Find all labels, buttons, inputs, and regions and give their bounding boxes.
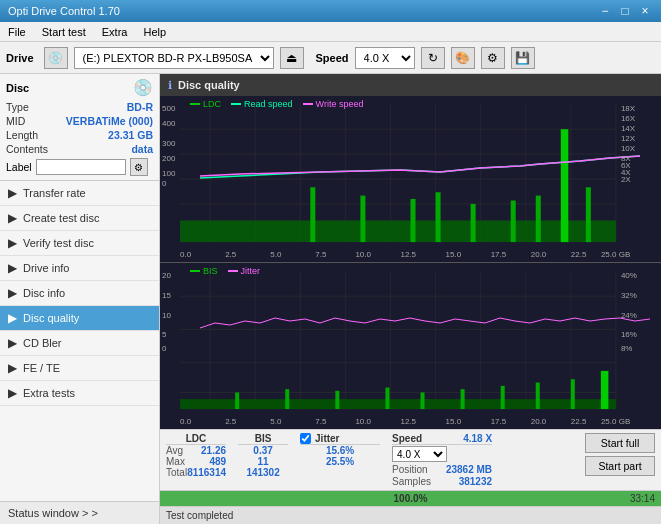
svg-rect-16: [310, 187, 315, 242]
verify-test-disc-icon: ▶: [8, 236, 17, 250]
chart-title: Disc quality: [178, 79, 240, 91]
top-chart: LDC Read speed Write speed: [160, 96, 661, 263]
disc-icon: 💿: [133, 78, 153, 97]
maximize-button[interactable]: □: [617, 3, 633, 19]
samples-val: 381232: [459, 476, 492, 487]
drive-icon-btn[interactable]: 💿: [44, 47, 68, 69]
sidebar-item-verify-test-disc[interactable]: ▶ Verify test disc: [0, 231, 159, 256]
menu-bar: File Start test Extra Help: [0, 22, 661, 42]
fe-te-icon: ▶: [8, 361, 17, 375]
eject-button[interactable]: ⏏: [280, 47, 304, 69]
start-part-button[interactable]: Start part: [585, 456, 655, 476]
speed-select[interactable]: 4.0 X: [355, 47, 415, 69]
svg-text:25.0 GB: 25.0 GB: [601, 417, 630, 426]
status-window-btn[interactable]: Status window > >: [0, 501, 159, 524]
legend-bis: BIS: [190, 266, 218, 276]
disc-mid-value: VERBATiMe (000): [66, 115, 153, 127]
legend-read-speed-dot: [231, 103, 241, 105]
svg-text:10: 10: [162, 311, 171, 320]
minimize-button[interactable]: −: [597, 3, 613, 19]
ldc-avg-val: 21.26: [201, 445, 226, 456]
menu-starttest[interactable]: Start test: [38, 25, 90, 39]
svg-text:20.0: 20.0: [531, 417, 547, 426]
svg-rect-17: [360, 196, 365, 242]
settings-button[interactable]: ⚙: [481, 47, 505, 69]
ldc-max-row: Max 489: [166, 456, 226, 467]
sidebar-item-cd-bler[interactable]: ▶ CD Bler: [0, 331, 159, 356]
bis-max-val: 11: [238, 456, 288, 467]
sidebar-item-label: Drive info: [23, 262, 69, 274]
svg-rect-74: [536, 383, 540, 410]
disc-label-btn[interactable]: ⚙: [130, 158, 148, 176]
svg-text:8%: 8%: [621, 344, 633, 353]
speed-dropdown[interactable]: 4.0 X: [392, 446, 447, 462]
cd-bler-icon: ▶: [8, 336, 17, 350]
svg-text:16X: 16X: [621, 114, 636, 123]
svg-rect-24: [586, 187, 591, 242]
jitter-max-val: 25.5%: [300, 456, 380, 467]
svg-rect-15: [180, 221, 616, 243]
drive-select[interactable]: (E:) PLEXTOR BD-R PX-LB950SA 1.06: [74, 47, 274, 69]
disc-label-input[interactable]: [36, 159, 126, 175]
svg-text:32%: 32%: [621, 291, 637, 300]
charts-container: LDC Read speed Write speed: [160, 96, 661, 429]
svg-text:17.5: 17.5: [491, 417, 507, 426]
max-label: Max: [166, 456, 185, 467]
menu-help[interactable]: Help: [139, 25, 170, 39]
legend-write-speed-label: Write speed: [316, 99, 364, 109]
samples-label: Samples: [392, 476, 431, 487]
svg-text:5.0: 5.0: [270, 417, 282, 426]
menu-file[interactable]: File: [4, 25, 30, 39]
sidebar-item-fe-te[interactable]: ▶ FE / TE: [0, 356, 159, 381]
close-button[interactable]: ×: [637, 3, 653, 19]
create-test-disc-icon: ▶: [8, 211, 17, 225]
drive-info-icon: ▶: [8, 261, 17, 275]
speed-header-row: Speed 4.18 X: [392, 433, 492, 445]
jitter-stats: Jitter 15.6% 25.5%: [300, 433, 380, 467]
svg-rect-71: [421, 392, 425, 409]
content-area: ℹ Disc quality LDC Read speed: [160, 74, 661, 524]
main-area: Disc 💿 Type BD-R MID VERBATiMe (000) Len…: [0, 74, 661, 524]
refresh-button[interactable]: ↻: [421, 47, 445, 69]
legend-ldc-label: LDC: [203, 99, 221, 109]
disc-panel: Disc 💿 Type BD-R MID VERBATiMe (000) Len…: [0, 74, 159, 181]
svg-text:200: 200: [162, 154, 176, 163]
speed-avg-val: 4.18 X: [463, 433, 492, 444]
chart-header: ℹ Disc quality: [160, 74, 661, 96]
top-chart-svg: 500 400 300 200 100 0 18X 16X 14X 12X 10…: [160, 96, 661, 262]
disc-type-row: Type BD-R: [6, 101, 153, 113]
svg-rect-75: [571, 379, 575, 409]
legend-jitter: Jitter: [228, 266, 261, 276]
jitter-checkbox[interactable]: [300, 433, 311, 444]
svg-text:24%: 24%: [621, 311, 637, 320]
toolbar: Drive 💿 (E:) PLEXTOR BD-R PX-LB950SA 1.0…: [0, 42, 661, 74]
sidebar-item-drive-info[interactable]: ▶ Drive info: [0, 256, 159, 281]
disc-mid-row: MID VERBATiMe (000): [6, 115, 153, 127]
legend-ldc-dot: [190, 103, 200, 105]
save-button[interactable]: 💾: [511, 47, 535, 69]
svg-text:2.5: 2.5: [225, 250, 237, 259]
disc-contents-row: Contents data: [6, 143, 153, 155]
sidebar-item-label: Disc quality: [23, 312, 79, 324]
sidebar-item-extra-tests[interactable]: ▶ Extra tests: [0, 381, 159, 406]
sidebar-item-disc-quality[interactable]: ▶ Disc quality: [0, 306, 159, 331]
color-button[interactable]: 🎨: [451, 47, 475, 69]
sidebar-item-transfer-rate[interactable]: ▶ Transfer rate: [0, 181, 159, 206]
bottom-chart-svg: 20 15 10 5 0 40% 32% 24% 16% 8% 0.0 2.5 …: [160, 263, 661, 429]
position-label: Position: [392, 464, 428, 475]
menu-extra[interactable]: Extra: [98, 25, 132, 39]
disc-quality-icon: ▶: [8, 311, 17, 325]
svg-text:16%: 16%: [621, 330, 637, 339]
svg-rect-66: [180, 399, 616, 409]
legend-read-speed-label: Read speed: [244, 99, 293, 109]
legend-write-speed-dot: [303, 103, 313, 105]
bottom-chart: BIS Jitter: [160, 263, 661, 429]
sidebar-item-disc-info[interactable]: ▶ Disc info: [0, 281, 159, 306]
drive-label: Drive: [6, 52, 34, 64]
status-text: Test completed: [166, 510, 233, 521]
legend-write-speed: Write speed: [303, 99, 364, 109]
disc-label-text: Label: [6, 161, 32, 173]
sidebar-item-create-test-disc[interactable]: ▶ Create test disc: [0, 206, 159, 231]
disc-label-row: Label ⚙: [6, 158, 153, 176]
start-full-button[interactable]: Start full: [585, 433, 655, 453]
